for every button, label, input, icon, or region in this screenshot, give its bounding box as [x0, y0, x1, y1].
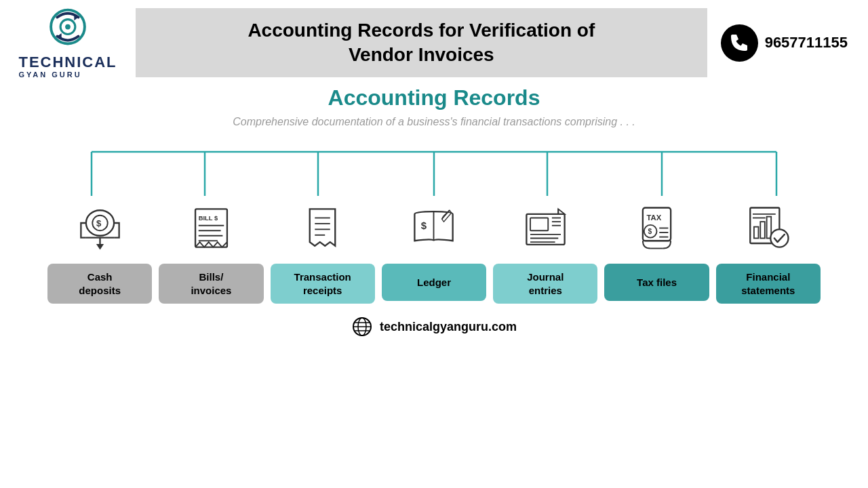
main-content: Accounting Records Comprehensive documen…: [0, 79, 868, 304]
transaction-receipts-icon: [294, 199, 351, 257]
svg-rect-54: [761, 222, 766, 238]
svg-text:BILL $: BILL $: [199, 215, 218, 222]
svg-text:$: $: [421, 220, 427, 232]
svg-text:$: $: [648, 228, 652, 235]
ledger-icon: $: [405, 199, 462, 257]
transaction-receipts-label: Transactionreceipts: [271, 264, 375, 304]
website-url: technicalgyanguru.com: [380, 320, 517, 334]
logo-area: TECHNICAL GYAN GURU: [14, 7, 122, 79]
svg-point-58: [771, 230, 789, 247]
item-financial-statements: Financialstatements: [716, 199, 821, 304]
svg-text:$: $: [96, 218, 102, 228]
financial-statements-label: Financialstatements: [716, 264, 821, 304]
footer: technicalgyanguru.com: [0, 316, 868, 338]
item-journal-entries: Journalentries: [493, 199, 597, 304]
journal-entries-icon: [517, 199, 574, 257]
item-tax-files: TAX $ Tax files: [604, 199, 709, 301]
tree-connector: [41, 145, 827, 199]
phone-number: 9657711155: [765, 34, 848, 52]
financial-statements-icon: [739, 199, 797, 257]
item-transaction-receipts: Transactionreceipts: [271, 199, 375, 304]
header: TECHNICAL GYAN GURU Accounting Records f…: [0, 0, 868, 79]
svg-rect-34: [526, 214, 564, 245]
item-bills-invoices: BILL $ Bills/invoices: [159, 199, 263, 304]
svg-rect-35: [530, 218, 548, 231]
globe-icon: [351, 316, 373, 338]
logo-icon: [41, 7, 95, 54]
phone-area: 9657711155: [721, 24, 848, 62]
page-title: Accounting Records for Verification of V…: [163, 18, 680, 68]
bills-invoices-icon: BILL $: [182, 199, 240, 257]
title-banner: Accounting Records for Verification of V…: [136, 8, 707, 78]
phone-icon: [721, 24, 758, 62]
ledger-label: Ledger: [382, 264, 486, 301]
svg-point-4: [65, 24, 71, 30]
tax-files-label: Tax files: [604, 264, 709, 301]
tax-files-icon: TAX $: [628, 199, 686, 257]
svg-text:TAX: TAX: [647, 214, 662, 222]
cash-deposits-icon: $: [71, 199, 129, 257]
items-row: $ Cashdeposits: [41, 199, 827, 304]
item-ledger: $ Ledger: [382, 199, 486, 301]
svg-marker-18: [96, 244, 104, 249]
item-cash-deposits: $ Cashdeposits: [47, 199, 152, 304]
cash-deposits-label: Cashdeposits: [47, 264, 152, 304]
journal-entries-label: Journalentries: [493, 264, 597, 304]
subtitle: Comprehensive documentation of a busines…: [41, 116, 827, 128]
svg-rect-53: [754, 227, 759, 239]
section-title: Accounting Records: [41, 85, 827, 110]
bills-invoices-label: Bills/invoices: [159, 264, 263, 304]
logo-text: TECHNICAL GYAN GURU: [18, 54, 117, 79]
